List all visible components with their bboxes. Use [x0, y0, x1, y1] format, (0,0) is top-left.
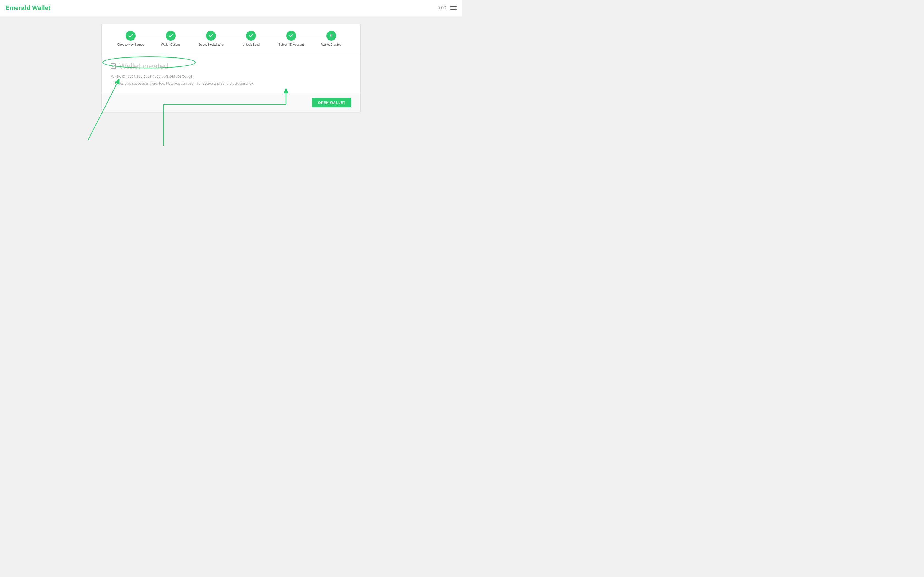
app-title-text: Emerald Wallet — [5, 5, 51, 11]
wizard-title: Wallet created — [120, 62, 168, 71]
step-3-label: Select Blockchains — [198, 43, 224, 46]
wallet-id: Wallet ID: ee54f3ee-0bc3-4e5e-bbf1-683d6… — [111, 74, 351, 79]
step-choose-key-source: Choose Key Source — [111, 31, 151, 46]
wizard-card: Choose Key Source Wallet Options Select … — [102, 24, 360, 112]
app-title: Emerald Wallet — [5, 5, 51, 11]
step-6-number: 6 — [330, 33, 333, 38]
balance-display: 0.00 — [438, 5, 446, 10]
step-1-circle — [126, 31, 136, 41]
wallet-description: The wallet is successfully created. Now … — [111, 81, 351, 85]
step-wallet-options: Wallet Options — [151, 31, 191, 46]
step-unlock-seed: Unlock Seed — [231, 31, 271, 46]
steps-bar: Choose Key Source Wallet Options Select … — [102, 24, 360, 53]
menu-line-2 — [451, 8, 457, 8]
step-4-label: Unlock Seed — [242, 43, 260, 46]
step-6-circle: 6 — [326, 31, 336, 41]
step-5-label: Select HD Account — [279, 43, 304, 46]
main-content: Choose Key Source Wallet Options Select … — [0, 16, 462, 120]
wizard-body: Wallet created Wallet ID: ee54f3ee-0bc3-… — [102, 53, 360, 93]
step-select-blockchains: Select Blockchains — [191, 31, 231, 46]
wizard-footer: OPEN WALLET — [102, 93, 360, 112]
menu-line-3 — [451, 9, 457, 10]
open-wallet-button[interactable]: OPEN WALLET — [312, 98, 351, 108]
topbar-right: 0.00 — [438, 5, 457, 10]
step-6-label: Wallet Created — [321, 43, 341, 46]
topbar: Emerald Wallet 0.00 — [0, 0, 462, 16]
step-4-circle — [246, 31, 256, 41]
wizard-title-row: Wallet created — [111, 62, 351, 71]
step-select-hd-account: Select HD Account — [271, 31, 311, 46]
menu-line-1 — [451, 6, 457, 6]
wizard-done-checkbox — [111, 63, 116, 69]
step-1-label: Choose Key Source — [117, 43, 144, 46]
step-2-circle — [166, 31, 176, 41]
step-5-circle — [286, 31, 296, 41]
step-3-circle — [206, 31, 216, 41]
step-wallet-created: 6 Wallet Created — [311, 31, 351, 46]
step-2-label: Wallet Options — [161, 43, 180, 46]
menu-icon[interactable] — [451, 6, 457, 10]
